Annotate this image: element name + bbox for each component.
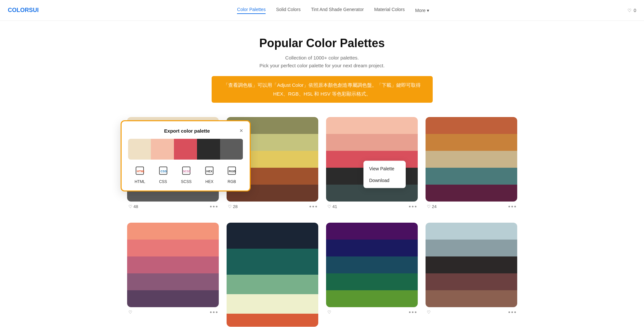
chevron-down-icon: ▾: [427, 8, 429, 13]
palette-likes-5: ♡: [128, 310, 134, 315]
palette-actions-8[interactable]: [508, 311, 516, 313]
stripe: [127, 290, 219, 307]
export-format-scss[interactable]: SCSS SCSS: [181, 166, 191, 184]
palette-stripes-5: [127, 223, 219, 307]
stripe: [426, 168, 517, 185]
palette-card-6[interactable]: ♡: [227, 223, 318, 327]
palette-footer-1: ♡ 48: [127, 202, 219, 210]
stripe: [426, 151, 517, 168]
palette-likes-3: ♡ 41: [327, 204, 337, 209]
palette-likes-1: ♡ 48: [128, 204, 138, 209]
palette-card-7[interactable]: ♡: [326, 223, 418, 327]
heart-icon: ♡: [327, 310, 331, 315]
logo[interactable]: COLORSUI: [8, 7, 39, 14]
stripe: [127, 223, 219, 240]
scss-icon: SCSS: [182, 166, 191, 177]
info-banner: 「查看調色板」可以用「Adjust Color」依照原本顏色創造專屬調色盤。「下…: [212, 76, 433, 103]
palette-actions-4[interactable]: [508, 206, 516, 207]
page-title: Popular Color Palettes: [5, 36, 639, 50]
export-modal-title: Export color palette: [135, 128, 240, 134]
stripe: [326, 240, 418, 256]
svg-text:RGB: RGB: [229, 170, 236, 173]
dot: [216, 206, 217, 207]
stripe: [227, 275, 318, 294]
palette-footer-8: ♡: [426, 307, 517, 315]
nav-color-palettes[interactable]: Color Palettes: [237, 7, 266, 14]
palette-card-inner-3[interactable]: [326, 117, 418, 202]
palette-stripes-8: [426, 223, 517, 307]
dot: [511, 311, 513, 313]
css-label: CSS: [159, 179, 167, 184]
heart-icon: ♡: [427, 310, 431, 315]
nav-solid-colors[interactable]: Solid Colors: [276, 7, 300, 14]
stripe: [426, 134, 517, 151]
export-modal-header: Export color palette ×: [128, 128, 243, 134]
palette-card-1[interactable]: ♡ 48 Export color palette ×: [127, 117, 219, 210]
dot: [514, 311, 516, 313]
context-menu-download[interactable]: Download: [363, 174, 406, 186]
dot: [213, 206, 215, 207]
dot: [415, 311, 416, 313]
dot: [213, 311, 215, 313]
palette-footer-5: ♡: [127, 307, 219, 315]
export-format-css[interactable]: CSS CSS: [159, 166, 168, 184]
palette-actions-3[interactable]: [409, 206, 416, 207]
stripe: [426, 117, 517, 134]
svg-text:HTML: HTML: [137, 170, 144, 173]
likes-count: 0: [634, 8, 636, 13]
palette-card-inner-6[interactable]: [227, 223, 318, 327]
export-format-rgb[interactable]: RGB RGB: [227, 166, 236, 184]
heart-icon[interactable]: ♡: [627, 8, 632, 13]
palette-card-inner-8[interactable]: [426, 223, 517, 307]
palette-actions-5[interactable]: [210, 311, 217, 313]
stripe: [426, 290, 517, 307]
css-icon: CSS: [159, 166, 168, 177]
stripe: [227, 223, 318, 249]
logo-black: COLORS: [8, 7, 33, 13]
export-color-4: [197, 139, 220, 160]
palette-card-inner-5[interactable]: [127, 223, 219, 307]
palette-card-inner-4[interactable]: [426, 117, 517, 202]
nav-more-dropdown[interactable]: More ▾: [415, 8, 429, 13]
heart-icon: ♡: [128, 310, 132, 315]
stripe: [426, 185, 517, 202]
dot: [409, 206, 411, 207]
dot: [216, 311, 217, 313]
dot: [412, 311, 414, 313]
context-menu-view-palette[interactable]: View Palette: [363, 163, 406, 174]
export-format-html[interactable]: HTML HTML: [135, 166, 145, 184]
palette-footer-3: ♡ 41: [326, 202, 418, 210]
nav-material-colors[interactable]: Material Colors: [374, 7, 405, 14]
stripe: [326, 256, 418, 273]
palette-card-8[interactable]: ♡: [426, 223, 517, 327]
stripe: [426, 240, 517, 256]
nav-more-label: More: [415, 8, 426, 13]
logo-blue: UI: [33, 7, 39, 13]
stripe: [326, 290, 418, 307]
context-menu: View Palette Download: [363, 161, 406, 188]
likes-count: 48: [134, 204, 138, 209]
stripe: [127, 256, 219, 273]
palette-actions-2[interactable]: [309, 206, 317, 207]
palette-card-3[interactable]: ♡ 41 View Palette Download: [326, 117, 418, 210]
rgb-label: RGB: [228, 179, 236, 184]
palette-card-5[interactable]: ♡: [127, 223, 219, 327]
dot: [315, 206, 317, 207]
hex-label: HEX: [205, 179, 214, 184]
dot: [514, 206, 516, 207]
palette-actions-7[interactable]: [409, 311, 416, 313]
export-format-hex[interactable]: HEX HEX: [205, 166, 214, 184]
palette-card-inner-7[interactable]: [326, 223, 418, 307]
close-icon[interactable]: ×: [240, 128, 243, 134]
stripe: [426, 273, 517, 290]
hero-subtitle2: Pick your perfect color palette for your…: [5, 62, 639, 70]
nav-tint-shade[interactable]: Tint And Shade Generator: [311, 7, 364, 14]
export-color-2: [151, 139, 174, 160]
likes-count: 28: [233, 204, 238, 209]
nav-links: Color Palettes Solid Colors Tint And Sha…: [237, 7, 429, 14]
hero-section: Popular Color Palettes Collection of 100…: [0, 21, 644, 117]
heart-icon: ♡: [228, 204, 232, 209]
palette-card-4[interactable]: ♡ 24: [426, 117, 517, 210]
stripe: [426, 223, 517, 240]
palette-actions-1[interactable]: [210, 206, 217, 207]
